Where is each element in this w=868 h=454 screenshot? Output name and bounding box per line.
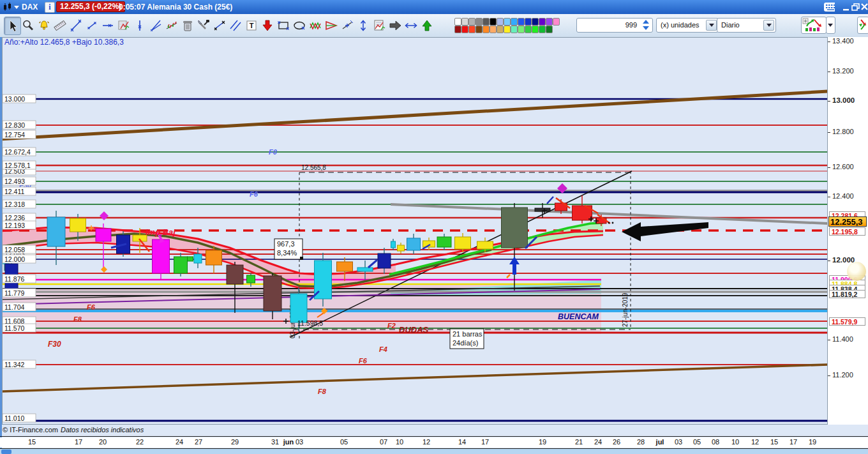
palette-swatch[interactable]: [546, 26, 553, 33]
chart-annotation[interactable]: F8: [73, 315, 82, 323]
ellipse-tool-button[interactable]: [291, 17, 307, 34]
alarm-tool-button[interactable]: [36, 17, 52, 34]
palette-swatch[interactable]: [504, 26, 511, 33]
chart-annotation[interactable]: 11.598,5: [297, 319, 323, 327]
candle: [247, 275, 255, 283]
palette-swatch[interactable]: [468, 18, 475, 26]
chart-annotation[interactable]: F8: [318, 388, 327, 395]
keyboard-icon[interactable]: [824, 1, 835, 12]
chart-annotation[interactable]: F30: [48, 340, 61, 349]
segment-tool-button[interactable]: [84, 17, 100, 34]
palette-swatch[interactable]: [511, 26, 518, 33]
units-dropdown[interactable]: (x) unidades: [656, 18, 719, 33]
blue-up-arrow[interactable]: [513, 264, 516, 275]
palette-swatch[interactable]: [461, 18, 468, 26]
chart-annotation[interactable]: F6: [87, 303, 96, 311]
pointer-tool-button[interactable]: [4, 17, 21, 35]
palette-swatch[interactable]: [497, 18, 504, 26]
side-panel-button[interactable]: [857, 17, 868, 34]
palette-swatch[interactable]: [525, 26, 532, 33]
palette-swatch[interactable]: [490, 26, 497, 33]
chart-annotation[interactable]: F2: [387, 322, 396, 329]
chart-annotation[interactable]: F6: [359, 357, 368, 365]
palette-swatch[interactable]: [483, 18, 490, 26]
palette-swatch[interactable]: [490, 18, 497, 26]
symbol-label[interactable]: DAX: [22, 0, 38, 14]
palette-swatch[interactable]: [532, 18, 539, 26]
ruler-tool-button[interactable]: [52, 17, 68, 34]
symbol-dropdown-icon[interactable]: [14, 0, 20, 14]
arrow-down-tool-button[interactable]: [259, 17, 275, 34]
palette-swatch[interactable]: [461, 26, 468, 33]
spinner-arrows-icon[interactable]: [641, 19, 650, 33]
triangle-pattern-tool-button[interactable]: [323, 17, 339, 34]
horizontal-arrows-tool-button[interactable]: [403, 17, 419, 34]
trend-plus-tool-button[interactable]: [339, 17, 355, 34]
rectangle-tool-button[interactable]: [275, 17, 291, 34]
price-axis[interactable]: 13.40013.20013.00012.80012.60012.40012.0…: [828, 37, 868, 425]
axis-tick: [828, 375, 830, 376]
trash-tool-button[interactable]: [179, 17, 195, 34]
palette-swatch[interactable]: [454, 18, 461, 26]
quantity-stepper[interactable]: 999: [576, 18, 653, 33]
palette-swatch[interactable]: [511, 18, 518, 26]
date-label: 17: [475, 438, 495, 446]
palette-swatch[interactable]: [454, 26, 461, 33]
zoom-tool-button[interactable]: [20, 17, 36, 34]
palette-swatch[interactable]: [497, 26, 504, 33]
palette-swatch[interactable]: [539, 18, 546, 26]
regression-tool-button[interactable]: [163, 17, 179, 34]
arrow-up-tool-button[interactable]: [419, 17, 435, 34]
trendline-tool-button[interactable]: [68, 17, 84, 34]
vertical-expand-tool-button[interactable]: [355, 17, 371, 34]
measure-info-box[interactable]: 967,38,34%: [274, 239, 303, 259]
chart-annotation[interactable]: Imp Baj: [146, 227, 176, 237]
palette-swatch[interactable]: [468, 26, 475, 33]
palette-swatch[interactable]: [525, 18, 532, 26]
fan-lines-tool-button[interactable]: [147, 17, 163, 34]
bottom-tab[interactable]: [1, 450, 11, 454]
chart-annotation[interactable]: Año:+Alto 12.465,8 +Bajo 10.386,3: [4, 38, 124, 47]
bars-count-box[interactable]: 21 barras24día(s): [450, 329, 484, 349]
price-label: 13.000: [4, 95, 25, 103]
palette-swatch[interactable]: [518, 26, 525, 33]
palette-swatch[interactable]: [553, 18, 560, 26]
forecast-tool-button[interactable]: [116, 17, 131, 34]
chart-annotation[interactable]: F4: [379, 345, 387, 353]
chevron-down-icon[interactable]: [763, 20, 774, 31]
pointer-icon: [6, 19, 20, 33]
palette-swatch[interactable]: [475, 26, 483, 33]
chart-annotation[interactable]: DUDAS: [399, 325, 429, 335]
chart-plot[interactable]: 03-jun-201927-jun-2019Año:+Alto 12.465,8…: [2, 37, 828, 425]
segment-select-tool-button[interactable]: [211, 17, 227, 34]
tools-tool-button[interactable]: [195, 17, 211, 34]
info-button[interactable]: i: [45, 2, 55, 13]
chart-style-dropdown[interactable]: [826, 17, 835, 34]
chevron-down-icon[interactable]: [706, 20, 717, 31]
zigzag-tool-button[interactable]: [307, 17, 323, 34]
text-tool-button[interactable]: T: [243, 17, 259, 34]
palette-swatch[interactable]: [546, 18, 553, 26]
chart-annotation[interactable]: F6: [250, 190, 258, 198]
close-icon[interactable]: [859, 1, 868, 12]
parallel-lines-tool-button[interactable]: [227, 17, 243, 34]
palette-swatch[interactable]: [532, 26, 539, 33]
timeframe-dropdown[interactable]: Diario: [717, 18, 776, 33]
handle[interactable]: [300, 257, 303, 260]
horizontal-segment-tool-button[interactable]: [100, 17, 116, 34]
date-axis[interactable]: 1517202224272931jun030507101214171921242…: [0, 437, 868, 448]
palette-swatch[interactable]: [483, 26, 490, 33]
chart-style-button[interactable]: [801, 17, 827, 34]
axis-tick-label: 12.400: [832, 192, 854, 200]
arrow-right-tool-button[interactable]: [387, 17, 403, 34]
chart-annotation[interactable]: F0: [269, 148, 278, 156]
vertical-line-tool-button[interactable]: [131, 17, 147, 34]
palette-swatch[interactable]: [539, 26, 546, 33]
palette-swatch[interactable]: [518, 18, 525, 26]
chart-annotation[interactable]: BUENCAM: [558, 312, 599, 321]
notes-tool-button[interactable]: [371, 17, 387, 34]
chart-annotation[interactable]: 12.565,8: [301, 164, 326, 171]
palette-swatch[interactable]: [475, 18, 483, 26]
date-marker-right: 27-jun-2019: [622, 292, 629, 327]
palette-swatch[interactable]: [504, 18, 511, 26]
